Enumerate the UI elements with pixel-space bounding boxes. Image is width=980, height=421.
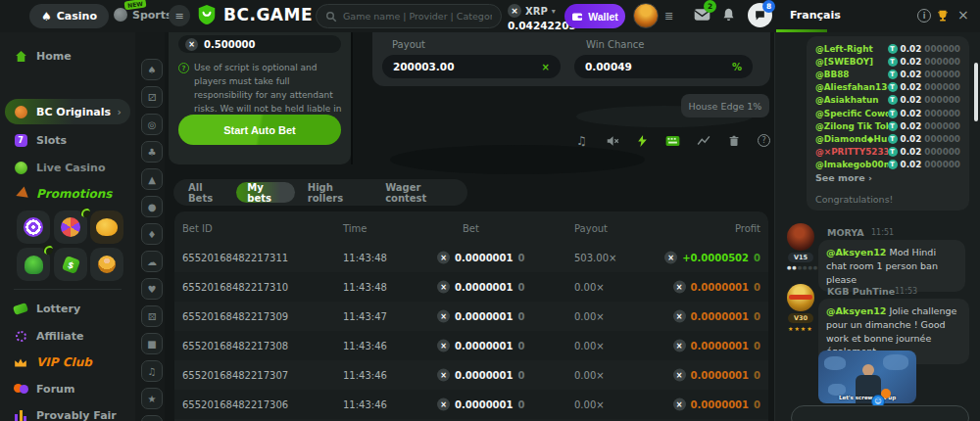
chat-username[interactable]: @Diamond◆Hu.. — [815, 134, 888, 144]
notifications-button[interactable] — [721, 7, 739, 24]
sidebar-item-live-casino[interactable]: Live Casino — [0, 158, 135, 177]
home-icon — [14, 49, 27, 63]
sidebar-item-forum[interactable]: Forum — [0, 379, 135, 398]
promo-tile-dollar-tag[interactable]: $ — [54, 248, 87, 281]
sidebar-label: Forum — [36, 383, 74, 396]
chat-username[interactable]: @Left-Right — [815, 44, 888, 54]
rail-game-icon-8[interactable]: ☁ — [141, 251, 163, 272]
chat-username[interactable]: @Aliesfahan1363 — [815, 82, 888, 92]
rail-game-icon-11[interactable]: ■ — [141, 333, 163, 354]
sidebar-item-vip-club[interactable]: VIP Club — [0, 352, 135, 372]
table-row[interactable]: 65520168482217311 11:43:48 ×0.00000010 5… — [174, 243, 768, 272]
sidebar-item-provably-fair[interactable]: Provably Fair — [0, 405, 135, 421]
sidebar-item-bc-originals[interactable]: BC Originals › — [5, 99, 130, 124]
piggy-icon — [96, 218, 118, 236]
col-bet-id: Bet ID — [182, 223, 213, 234]
rail-game-icon-4[interactable]: ♣ — [141, 141, 163, 163]
chat-username[interactable]: @Zilong Tik Tok — [815, 121, 888, 131]
sound-toggle[interactable] — [605, 133, 619, 148]
win-chance-field[interactable]: % — [574, 55, 753, 78]
bet-amount-field[interactable]: × — [178, 35, 341, 53]
tab-all-bets[interactable]: All Bets — [177, 182, 234, 203]
music-toggle[interactable]: ♫ — [574, 133, 589, 148]
chat-username[interactable]: @Imakegob00m... — [815, 160, 888, 169]
promo-tile-wheel[interactable] — [54, 210, 87, 244]
hamburger-icon: ≡ — [174, 10, 183, 23]
chat-input[interactable] — [791, 405, 969, 421]
language-chevron-icon[interactable]: › — [835, 8, 840, 22]
avatar[interactable] — [787, 223, 814, 251]
gif-attachment[interactable]: Let's screw this up — [818, 351, 916, 403]
see-more-link[interactable]: See more › — [815, 172, 872, 183]
seed-settings-button[interactable] — [726, 133, 741, 148]
user-avatar[interactable] — [633, 3, 659, 28]
table-row[interactable]: 65520168482217309 11:43:47 ×0.00000010 0… — [174, 302, 768, 331]
chat-username[interactable]: @BB88 — [815, 70, 888, 79]
payout-input[interactable] — [393, 61, 542, 72]
sidebar-item-slots[interactable]: 7 Slots — [0, 130, 135, 150]
chat-username[interactable]: @×PRITTY5233× — [815, 147, 888, 157]
live-stats-button[interactable] — [696, 133, 710, 148]
promo-tile-piggy[interactable] — [90, 210, 123, 244]
casino-toggle[interactable]: ♠ Casino — [29, 4, 109, 28]
rail-game-icon-3[interactable]: ◎ — [141, 114, 163, 135]
rail-game-icon-2[interactable]: ⚂ — [141, 86, 163, 108]
bet-id: 65520168482217311 — [182, 253, 288, 263]
xrp-coin-icon: × — [508, 4, 521, 18]
promo-tile-creature[interactable] — [17, 248, 50, 281]
tab-my-bets[interactable]: My bets — [236, 182, 294, 203]
rail-game-icon-6[interactable]: ● — [141, 196, 163, 217]
rail-game-icon-9[interactable]: ♥ — [141, 278, 163, 300]
mention-link[interactable]: @Aksyen12 — [826, 247, 886, 257]
rail-game-icon-10[interactable]: ⚄ — [141, 305, 163, 327]
table-row[interactable]: 65520168482217308 11:43:46 ×0.00000010 0… — [174, 331, 768, 360]
hotkeys-toggle[interactable] — [665, 133, 680, 148]
wallet-button[interactable]: Wallet — [564, 4, 625, 28]
chat-username[interactable]: @Asiakhatun — [815, 95, 888, 105]
bet-amount-input[interactable] — [204, 39, 302, 50]
rail-game-icon-14[interactable]: ◆ — [141, 415, 163, 421]
sidebar-item-lottery[interactable]: Lottery — [0, 299, 135, 318]
promo-tile-coin-drop[interactable] — [90, 248, 123, 281]
sports-toggle[interactable]: Sports — [114, 8, 172, 22]
chat-username[interactable]: @Specific Cowden — [815, 109, 888, 118]
sidebar-item-home[interactable]: Home — [0, 46, 135, 66]
hamburger-menu-button[interactable]: ≡ — [169, 5, 190, 26]
promo-tile-target[interactable] — [17, 210, 50, 244]
rail-game-icon-5[interactable]: ▲ — [141, 168, 163, 190]
chat-username[interactable]: KGB PuhTine — [827, 286, 895, 297]
chat-username[interactable]: @[SWEBOY] — [815, 57, 888, 67]
scrollbar-thumb[interactable] — [974, 63, 978, 121]
search-bar[interactable] — [316, 4, 502, 28]
sidebar-divider — [14, 289, 122, 290]
bc-game-logo[interactable]: BC.GAME — [196, 4, 313, 25]
table-row[interactable]: 65520168482217310 11:43:48 ×0.00000010 0… — [174, 272, 768, 302]
sidebar-label: Promotions — [36, 187, 112, 201]
game-icon: ⚄ — [148, 311, 157, 322]
search-input[interactable] — [343, 11, 492, 22]
tab-wager-contest[interactable]: Wager contest — [374, 182, 464, 203]
chat-language-tab[interactable]: Français — [790, 9, 841, 22]
rewards-button[interactable] — [936, 8, 954, 25]
table-row[interactable]: 65520168482217306 11:43:46 ×0.00000010 0… — [174, 390, 768, 419]
trx-coin-icon: T — [888, 70, 898, 79]
chat-username[interactable]: MORYA — [827, 227, 864, 238]
turbo-toggle[interactable] — [635, 133, 650, 148]
account-list-icon[interactable]: ≣ — [664, 10, 673, 23]
sidebar-item-affiliate[interactable]: Affiliate — [0, 326, 135, 346]
rail-game-icon-13[interactable]: ★ — [141, 388, 163, 409]
rail-game-icon-7[interactable]: ♦ — [141, 223, 163, 245]
table-row[interactable]: 65520168482217307 11:43:46 ×0.00000010 0… — [174, 360, 768, 390]
help-button[interactable]: ? — [757, 133, 771, 148]
close-chat-icon[interactable]: × — [957, 7, 969, 23]
rail-game-icon-12[interactable]: ♫ — [141, 360, 163, 382]
chat-rules-icon[interactable]: i — [917, 9, 931, 23]
payout-field[interactable]: × — [382, 55, 561, 78]
rail-game-icon-1[interactable]: ♠ — [141, 59, 163, 80]
chat-scrollbar[interactable] — [973, 34, 979, 419]
win-chance-input[interactable] — [585, 61, 732, 72]
tab-high-rollers[interactable]: High rollers — [297, 182, 372, 203]
start-auto-bet-button[interactable]: Start Auto Bet — [178, 115, 341, 145]
sidebar-item-promotions[interactable]: Promotions — [0, 184, 135, 204]
mention-link[interactable]: @Aksyen12 — [826, 305, 886, 316]
